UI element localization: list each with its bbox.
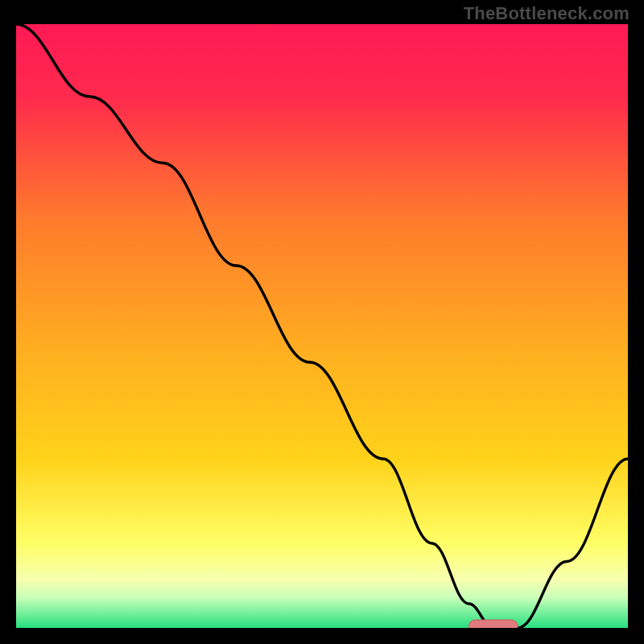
plot-area: [16, 24, 628, 628]
watermark-text: TheBottleneck.com: [464, 3, 630, 24]
chart-svg: [16, 24, 628, 628]
gradient-background: [16, 24, 628, 628]
optimal-range-marker: [469, 620, 518, 628]
chart-frame: TheBottleneck.com: [0, 0, 644, 644]
